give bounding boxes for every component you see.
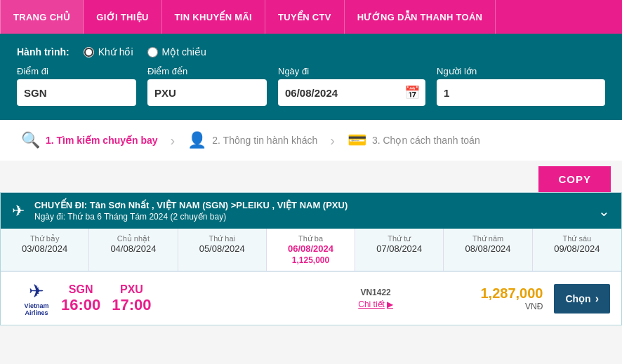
departure-code: SGN — [69, 283, 93, 296]
date-cell-6[interactable]: Thứ sáu 09/08/2024 — [533, 229, 621, 271]
diem-den-input[interactable] — [147, 79, 267, 106]
nav-item-promotions[interactable]: TIN KHUYẾN MÃI — [162, 0, 265, 34]
step-arrow-2: › — [330, 133, 335, 149]
date-val-3: 06/08/2024 — [270, 243, 352, 254]
mot-chieu-option[interactable]: Một chiều — [147, 46, 206, 58]
plane-icon: ✈ — [12, 202, 25, 220]
date-cell-1[interactable]: Chủ nhật 04/08/2024 — [89, 229, 178, 271]
nav-item-payment-guide[interactable]: HƯỚNG DẪN THANH TOÁN — [345, 0, 496, 34]
date-price-3: 1,125,000 — [270, 255, 352, 265]
diem-den-label: Điểm đến — [147, 66, 267, 76]
flight-row: ✈ Vietnam Airlines SGN 16:00 PXU 17:00 V… — [1, 271, 621, 325]
ngay-di-label: Ngày đi — [278, 66, 425, 76]
airline-logo: ✈ Vietnam Airlines — [12, 281, 61, 316]
flight-number: VN1422 — [360, 288, 390, 297]
result-header-subtitle: Ngày đi: Thứ ba 6 Tháng Tám 2024 (2 chuy… — [34, 212, 588, 222]
day-name-3: Thứ ba — [270, 234, 352, 243]
steps-bar: 🔍 1. Tìm kiếm chuyến bay › 👤 2. Thông ti… — [0, 120, 622, 161]
step-3[interactable]: 💳 3. Chọn cách thanh toán — [348, 131, 480, 149]
copy-button[interactable]: COPY — [538, 166, 611, 192]
chevron-down-icon[interactable]: ⌄ — [598, 203, 610, 220]
search-panel: Hành trình: Khứ hồi Một chiều Điểm đi Đi… — [0, 34, 622, 120]
day-name-6: Thứ sáu — [536, 234, 618, 243]
date-val-4: 07/08/2024 — [358, 243, 440, 254]
step-2-label: 2. Thông tin hành khách — [212, 135, 317, 146]
date-val-5: 08/08/2024 — [446, 243, 529, 254]
detail-label: Chi tiết — [358, 299, 385, 309]
day-name-1: Chủ nhật — [92, 234, 174, 243]
nguoi-lon-field: Người lớn — [437, 66, 605, 106]
nguoi-lon-input[interactable] — [437, 79, 605, 106]
date-val-6: 09/08/2024 — [536, 243, 618, 254]
person-icon: 👤 — [187, 131, 206, 149]
result-header-title: CHUYẾN ĐI: Tân Sơn Nhất , VIỆT NAM (SGN)… — [34, 200, 588, 210]
diem-den-field: Điểm đến — [147, 66, 267, 106]
flight-price: 1,287,000 — [480, 285, 543, 302]
step-1[interactable]: 🔍 1. Tìm kiếm chuyến bay — [21, 131, 158, 149]
day-name-5: Thứ năm — [446, 234, 529, 243]
diem-di-label: Điểm đi — [17, 66, 136, 76]
khu-hoi-label: Khứ hồi — [98, 46, 133, 58]
day-name-2: Thứ hai — [181, 234, 263, 243]
day-name-4: Thứ tư — [358, 234, 440, 243]
nav-item-about[interactable]: GIỚI THIỆU — [84, 0, 161, 34]
step-2[interactable]: 👤 2. Thông tin hành khách — [187, 131, 317, 149]
airline-icon: ✈ — [29, 281, 44, 302]
step-1-label: 1. Tìm kiếm chuyến bay — [46, 135, 158, 146]
arrival-point: PXU 17:00 — [112, 283, 151, 314]
date-val-1: 04/08/2024 — [92, 243, 174, 254]
price-area: 1,287,000 VNĐ — [480, 285, 543, 311]
step-3-label: 3. Chọn cách thanh toán — [372, 135, 480, 146]
flight-detail-link[interactable]: Chi tiết ▶ — [358, 299, 393, 309]
arrival-code: PXU — [120, 283, 143, 296]
result-header-text: CHUYẾN ĐI: Tân Sơn Nhất , VIỆT NAM (SGN)… — [34, 200, 588, 222]
select-arrow-icon: › — [595, 292, 599, 305]
date-val-0: 03/08/2024 — [4, 243, 86, 254]
navbar: TRANG CHỦ GIỚI THIỆU TIN KHUYẾN MÃI TUYỂ… — [0, 0, 622, 34]
date-cell-3[interactable]: Thứ ba 06/08/2024 1,125,000 — [267, 229, 355, 271]
airline-name: Vietnam Airlines — [12, 302, 61, 316]
arrival-time: 17:00 — [112, 296, 151, 314]
ngay-di-field: Ngày đi 📅 — [278, 66, 425, 106]
mot-chieu-label: Một chiều — [162, 46, 206, 58]
departure-time: 16:00 — [61, 296, 100, 314]
copy-area: COPY — [0, 161, 622, 192]
step-arrow-1: › — [171, 133, 176, 149]
search-icon: 🔍 — [21, 131, 40, 149]
wallet-icon: 💳 — [348, 131, 366, 149]
day-name-0: Thứ bảy — [4, 234, 86, 243]
nav-item-recruitment[interactable]: TUYỂN CTV — [265, 0, 345, 34]
date-row: Thứ bảy 03/08/2024 Chủ nhật 04/08/2024 T… — [1, 229, 621, 271]
khu-hoi-radio[interactable] — [84, 47, 94, 58]
result-panel: ✈ CHUYẾN ĐI: Tân Sơn Nhất , VIỆT NAM (SG… — [0, 192, 622, 325]
select-button[interactable]: Chọn › — [554, 284, 610, 314]
select-label: Chọn — [565, 293, 590, 304]
price-currency: VNĐ — [525, 302, 543, 311]
date-cell-2[interactable]: Thứ hai 05/08/2024 — [178, 229, 267, 271]
date-val-2: 05/08/2024 — [181, 243, 263, 254]
ngay-di-input[interactable] — [278, 79, 425, 106]
nguoi-lon-label: Người lớn — [437, 66, 605, 76]
date-cell-4[interactable]: Thứ tư 07/08/2024 — [355, 229, 444, 271]
mot-chieu-radio[interactable] — [147, 47, 158, 58]
departure-point: SGN 16:00 — [61, 283, 100, 314]
diem-di-field: Điểm đi — [17, 66, 136, 106]
flight-meta: VN1422 Chi tiết ▶ — [271, 288, 481, 309]
result-header: ✈ CHUYẾN ĐI: Tân Sơn Nhất , VIỆT NAM (SG… — [1, 193, 621, 229]
detail-arrow-icon: ▶ — [387, 299, 393, 309]
nav-item-home[interactable]: TRANG CHỦ — [0, 0, 84, 34]
date-cell-0[interactable]: Thứ bảy 03/08/2024 — [1, 229, 89, 271]
khu-hoi-option[interactable]: Khứ hồi — [84, 46, 133, 58]
date-cell-5[interactable]: Thứ năm 08/08/2024 — [444, 229, 532, 271]
hanh-trinh-label: Hành trình: — [17, 46, 70, 58]
route-info: SGN 16:00 PXU 17:00 — [61, 283, 271, 314]
diem-di-input[interactable] — [17, 79, 136, 106]
